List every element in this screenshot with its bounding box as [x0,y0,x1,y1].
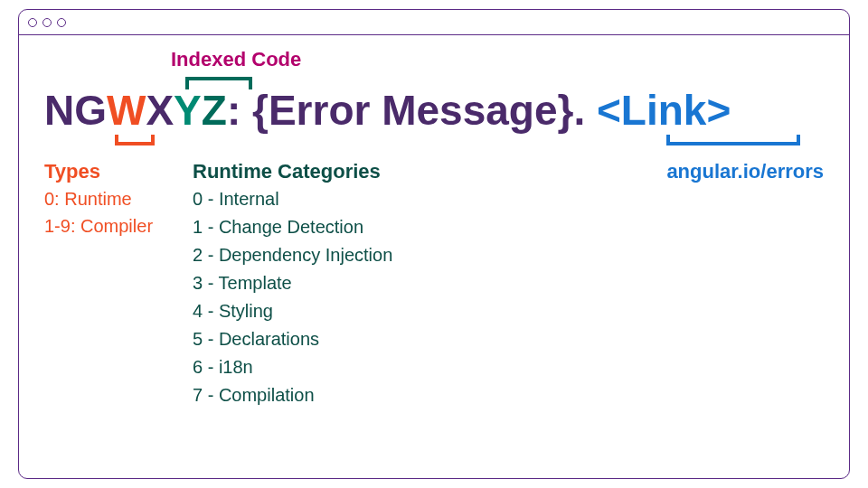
category-item: 2 - Dependency Injection [193,241,536,269]
category-item: 6 - i18n [193,353,536,381]
pattern-separator: : [227,87,252,134]
pattern-prefix: NG [44,87,107,134]
types-item: 1-9: Compiler [44,212,189,239]
bracket-type-char [115,135,155,145]
pattern-type-char: W [107,87,146,134]
category-item: 1 - Change Detection [193,213,536,241]
categories-heading: Runtime Categories [193,160,536,183]
indexed-code-label: Indexed Code [171,48,301,71]
pattern-index-2: Z [202,87,227,134]
pattern-index-1: Y [174,87,202,134]
types-column: Types 0: Runtime1-9: Compiler [44,160,189,409]
error-code-pattern: NGWXYZ: {Error Message}. <Link> [44,86,731,135]
category-item: 0 - Internal [193,185,536,213]
category-item: 5 - Declarations [193,325,536,353]
legend-grid: Types 0: Runtime1-9: Compiler Runtime Ca… [44,160,824,409]
pattern-cat-char: X [146,87,174,134]
types-list: 0: Runtime1-9: Compiler [44,185,189,239]
categories-list: 0 - Internal1 - Change Detection2 - Depe… [193,185,536,409]
category-item: 4 - Styling [193,297,536,325]
category-item: 7 - Compilation [193,381,536,409]
pattern-message: {Error Message}. [252,87,597,134]
window-titlebar [19,10,849,35]
bracket-link [666,135,800,145]
pattern-link: <Link> [597,87,731,134]
types-item: 0: Runtime [44,185,189,212]
window-control-dot [42,18,52,27]
diagram-content: Indexed Code NGWXYZ: {Error Message}. <L… [19,35,849,62]
diagram-window: Indexed Code NGWXYZ: {Error Message}. <L… [18,9,850,479]
category-item: 3 - Template [193,269,536,297]
window-control-dot [28,18,37,27]
types-heading: Types [44,160,189,183]
reference-url: angular.io/errors [540,160,824,409]
window-control-dot [57,18,66,27]
categories-column: Runtime Categories 0 - Internal1 - Chang… [193,160,536,409]
